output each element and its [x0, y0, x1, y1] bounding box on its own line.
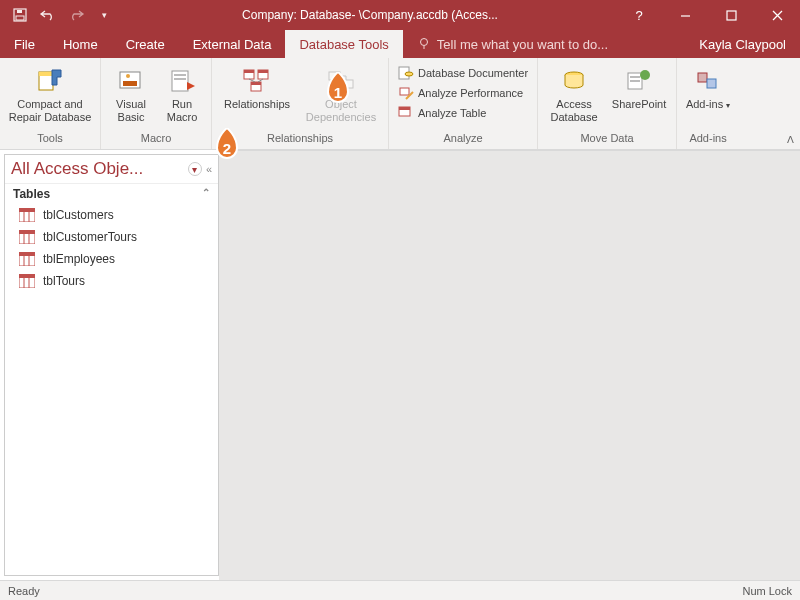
- table-icon: [19, 230, 35, 244]
- sharepoint-button[interactable]: SharePoint: [608, 64, 670, 111]
- relationships-button[interactable]: Relationships: [218, 64, 296, 111]
- svg-rect-43: [19, 230, 35, 234]
- visual-basic-icon: [117, 64, 145, 98]
- help-button[interactable]: ?: [616, 0, 662, 30]
- tell-me-placeholder: Tell me what you want to do...: [437, 37, 608, 52]
- window-title: Company: Database- \Company.accdb (Acces…: [124, 8, 616, 22]
- navigation-pane: All Access Obje... ▾ « Tables ⌃ tblCusto…: [4, 154, 219, 576]
- access-database-icon: [560, 64, 588, 98]
- svg-rect-19: [258, 70, 268, 73]
- sharepoint-label: SharePoint: [612, 98, 666, 111]
- group-addins: Add-ins ▾ Add-ins: [677, 58, 739, 149]
- tab-file[interactable]: File: [0, 30, 49, 58]
- compact-repair-label: Compact and Repair Database: [6, 98, 94, 124]
- svg-rect-2: [17, 10, 22, 13]
- nav-item-tblcustomers[interactable]: tblCustomers: [5, 204, 218, 226]
- save-icon[interactable]: [8, 3, 32, 27]
- nav-section-tables[interactable]: Tables ⌃: [5, 184, 218, 204]
- minimize-button[interactable]: [662, 0, 708, 30]
- status-left: Ready: [8, 585, 40, 597]
- svg-rect-1: [16, 16, 24, 20]
- access-database-label: Access Database: [544, 98, 604, 124]
- nav-dropdown-icon[interactable]: ▾: [188, 162, 202, 176]
- svg-rect-13: [174, 74, 186, 76]
- svg-rect-36: [698, 73, 707, 82]
- nav-item-tblemployees[interactable]: tblEmployees: [5, 248, 218, 270]
- workspace: All Access Obje... ▾ « Tables ⌃ tblCusto…: [0, 150, 800, 580]
- svg-rect-39: [19, 208, 35, 212]
- run-macro-button[interactable]: Run Macro: [159, 64, 205, 124]
- object-dependencies-button: Object Dependencies: [300, 64, 382, 124]
- svg-marker-15: [187, 82, 195, 90]
- database-documenter-icon: [398, 65, 414, 81]
- sharepoint-icon: [625, 64, 653, 98]
- tab-create[interactable]: Create: [112, 30, 179, 58]
- group-analyze-label: Analyze: [443, 130, 482, 147]
- qat-customize-icon[interactable]: ▾: [92, 3, 116, 27]
- compact-repair-button[interactable]: Compact and Repair Database: [6, 64, 94, 124]
- svg-rect-11: [123, 81, 137, 86]
- database-documenter-button[interactable]: Database Documenter: [395, 64, 531, 82]
- svg-rect-30: [399, 107, 410, 110]
- table-icon: [19, 274, 35, 288]
- group-relationships: Relationships Object Dependencies Relati…: [212, 58, 389, 149]
- tab-database-tools[interactable]: Database Tools: [285, 30, 402, 58]
- svg-rect-37: [707, 79, 716, 88]
- addins-label: Add-ins ▾: [686, 98, 730, 111]
- svg-point-27: [405, 72, 413, 76]
- redo-icon[interactable]: [64, 3, 88, 27]
- svg-rect-17: [244, 70, 254, 73]
- status-bar: Ready Num Lock: [0, 580, 800, 600]
- group-relationships-label: Relationships: [267, 130, 333, 147]
- undo-icon[interactable]: [36, 3, 60, 27]
- svg-rect-25: [342, 80, 353, 88]
- analyze-table-icon: [398, 105, 414, 121]
- table-icon: [19, 252, 35, 266]
- visual-basic-button[interactable]: Visual Basic: [107, 64, 155, 124]
- nav-item-tbltours[interactable]: tblTours: [5, 270, 218, 292]
- svg-rect-8: [39, 72, 53, 76]
- svg-point-5: [420, 39, 427, 46]
- tab-external-data[interactable]: External Data: [179, 30, 286, 58]
- visual-basic-label: Visual Basic: [107, 98, 155, 124]
- table-icon: [19, 208, 35, 222]
- user-name[interactable]: Kayla Claypool: [685, 30, 800, 58]
- svg-rect-14: [174, 78, 186, 80]
- svg-rect-34: [630, 80, 640, 82]
- maximize-button[interactable]: [708, 0, 754, 30]
- relationships-label: Relationships: [224, 98, 290, 111]
- analyze-performance-icon: [398, 85, 414, 101]
- section-collapse-icon: ⌃: [202, 187, 210, 201]
- object-dependencies-label: Object Dependencies: [300, 98, 382, 124]
- analyze-performance-button[interactable]: Analyze Performance: [395, 84, 531, 102]
- group-tools: Compact and Repair Database Tools: [0, 58, 101, 149]
- addins-button[interactable]: Add-ins ▾: [683, 64, 733, 111]
- nav-collapse-icon[interactable]: «: [206, 163, 212, 175]
- titlebar: ▾ Company: Database- \Company.accdb (Acc…: [0, 0, 800, 30]
- nav-pane-title[interactable]: All Access Obje...: [11, 159, 184, 179]
- group-move-data-label: Move Data: [580, 130, 633, 147]
- group-macro-label: Macro: [141, 130, 172, 147]
- svg-rect-21: [251, 82, 261, 85]
- group-analyze: Database Documenter Analyze Performance …: [389, 58, 538, 149]
- addins-icon: [695, 64, 721, 98]
- access-database-button[interactable]: Access Database: [544, 64, 604, 124]
- close-button[interactable]: [754, 0, 800, 30]
- nav-item-tblcustomertours[interactable]: tblCustomerTours: [5, 226, 218, 248]
- group-tools-label: Tools: [37, 130, 63, 147]
- compact-repair-icon: [35, 64, 65, 98]
- tell-me-search[interactable]: Tell me what you want to do...: [403, 30, 622, 58]
- svg-rect-51: [19, 274, 35, 278]
- svg-rect-4: [727, 11, 736, 20]
- ribbon: Compact and Repair Database Tools Visual…: [0, 58, 800, 150]
- group-macro: Visual Basic Run Macro Macro: [101, 58, 212, 149]
- relationships-icon: [242, 64, 272, 98]
- analyze-table-button[interactable]: Analyze Table: [395, 104, 531, 122]
- svg-rect-47: [19, 252, 35, 256]
- collapse-ribbon-icon[interactable]: ᐱ: [787, 134, 794, 145]
- group-addins-label: Add-ins: [689, 130, 726, 147]
- tab-home[interactable]: Home: [49, 30, 112, 58]
- svg-point-35: [640, 70, 650, 80]
- run-macro-icon: [168, 64, 196, 98]
- run-macro-label: Run Macro: [159, 98, 205, 124]
